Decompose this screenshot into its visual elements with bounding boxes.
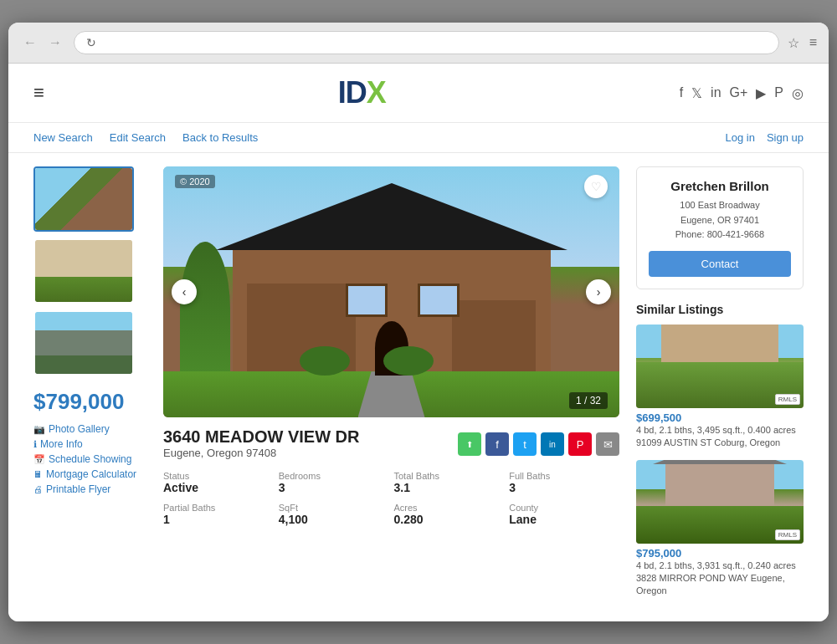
similar-listing-1[interactable]: RMLS $699,500 4 bd, 2.1 bths, 3,495 sq.f… [636,325,804,450]
detail-county: County Lane [509,503,619,526]
logo-idx: ID [338,75,367,110]
detail-full-baths: Full Baths 3 [509,471,619,494]
new-search-link[interactable]: New Search [33,131,93,144]
signup-link[interactable]: Sign up [767,131,804,144]
photo-counter: 1 / 32 [569,392,608,409]
agent-name: Gretchen Brillon [649,179,791,193]
sidebar: Gretchen Brillon 100 East Broadway Eugen… [636,166,804,608]
detail-status: Status Active [163,471,274,494]
site-logo: IDX [44,75,680,110]
similar-listing-1-image: RMLS [636,325,804,408]
share-buttons-group: ⬆ f t in P ✉ [458,432,619,456]
linkedin-share-button[interactable]: in [541,432,564,456]
contact-button[interactable]: Contact [649,251,791,277]
back-arrow[interactable]: ← [20,33,40,52]
nav-bar: New Search Edit Search Back to Results L… [8,123,829,153]
agent-card: Gretchen Brillon 100 East Broadway Eugen… [636,166,804,289]
more-info-link[interactable]: ℹMore Info [33,438,146,450]
mortgage-calculator-link[interactable]: 🖩Mortgage Calculator [33,468,146,480]
similar-listing-1-desc: 4 bd, 2.1 bths, 3,495 sq.ft., 0.400 acre… [636,424,804,437]
facebook-share-button[interactable]: f [485,432,509,456]
pinterest-icon[interactable]: P [774,85,783,100]
thumbnail-2[interactable] [33,238,134,304]
facebook-icon[interactable]: f [680,85,683,100]
hamburger-menu[interactable]: ≡ [33,82,44,104]
email-share-button[interactable]: ✉ [596,432,619,456]
similar-listings-section: Similar Listings RMLS $699,500 4 bd, 2.1… [636,303,804,598]
detail-acres: Acres 0.280 [394,503,505,526]
back-to-results-link[interactable]: Back to Results [182,131,258,144]
carousel-next-button[interactable]: › [586,279,611,304]
similar-listing-1-price: $699,500 [636,411,804,424]
property-address: 3640 MEADOW VIEW DR [163,427,359,447]
detail-partial-baths: Partial Baths 1 [163,503,274,526]
watermark: © 2020 [175,175,215,188]
share-button[interactable]: ⬆ [458,432,481,456]
login-link[interactable]: Log in [725,131,754,144]
edit-search-link[interactable]: Edit Search [110,131,166,144]
quick-links: 📷Photo Gallery ℹMore Info 📅Schedule Show… [33,423,146,495]
property-price: $799,000 [33,389,146,415]
rmls-badge-2: RMLS [775,529,800,540]
logo-x: X [367,75,386,110]
carousel-prev-button[interactable]: ‹ [172,279,197,304]
printable-flyer-link[interactable]: 🖨Printable Flyer [33,483,146,495]
property-header: 3640 MEADOW VIEW DR Eugene, Oregon 97408… [163,427,619,459]
refresh-icon[interactable]: ↻ [86,36,96,49]
twitter-icon[interactable]: 𝕏 [691,85,702,101]
similar-listing-2-image: RMLS [636,460,804,544]
bookmark-icon[interactable]: ☆ [788,35,799,51]
similar-listing-2-address: 3828 MIRROR POND WAY Eugene, Oregon [636,572,804,598]
instagram-icon[interactable]: ◎ [792,85,804,101]
youtube-icon[interactable]: ▶ [756,85,766,101]
thumbnail-3[interactable] [33,310,134,376]
similar-listing-2-price: $795,000 [636,547,804,560]
menu-icon[interactable]: ≡ [809,35,817,50]
google-plus-icon[interactable]: G+ [730,85,748,100]
similar-listing-2-desc: 4 bd, 2.1 bths, 3,931 sq.ft., 0.240 acre… [636,560,804,572]
thumbnail-1[interactable] [33,166,134,232]
property-city: Eugene, Oregon 97408 [163,447,359,459]
rmls-badge-1: RMLS [775,394,800,405]
forward-arrow[interactable]: → [45,33,65,52]
photo-gallery-link[interactable]: 📷Photo Gallery [33,423,146,435]
similar-listings-title: Similar Listings [636,303,804,316]
main-listing-image: © 2020 ♡ ‹ › 1 / 32 [163,166,619,417]
property-details-grid: Status Active Bedrooms 3 Total Baths 3.1… [163,471,619,526]
detail-total-baths: Total Baths 3.1 [394,471,505,494]
similar-listing-1-address: 91099 AUSTIN ST Coburg, Oregon [636,437,804,449]
pinterest-share-button[interactable]: P [568,432,592,456]
detail-sqft: SqFt 4,100 [279,503,389,526]
agent-info: 100 East Broadway Eugene, OR 97401 Phone… [649,198,791,243]
schedule-showing-link[interactable]: 📅Schedule Showing [33,453,146,465]
twitter-share-button[interactable]: t [513,432,537,456]
linkedin-icon[interactable]: in [711,85,721,100]
favorite-button[interactable]: ♡ [584,175,608,198]
detail-bedrooms: Bedrooms 3 [279,471,389,494]
social-icons-bar: f 𝕏 in G+ ▶ P ◎ [680,85,804,101]
similar-listing-2[interactable]: RMLS $795,000 4 bd, 2.1 bths, 3,931 sq.f… [636,460,804,598]
